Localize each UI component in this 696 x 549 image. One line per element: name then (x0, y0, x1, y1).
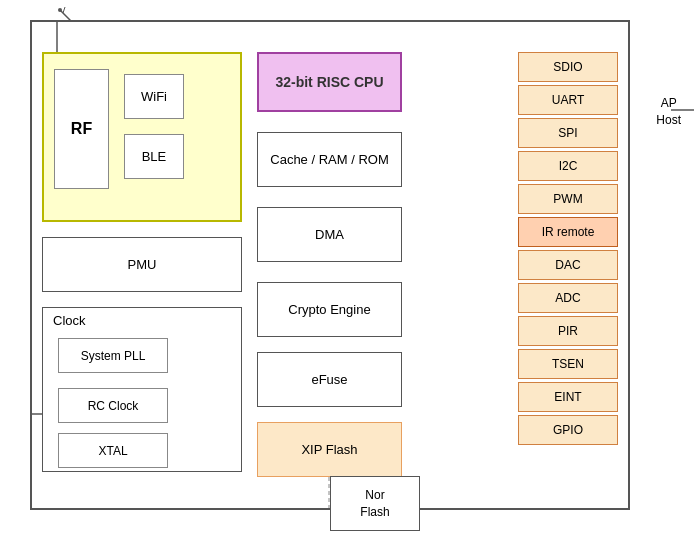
efuse-block: eFuse (257, 352, 402, 407)
periph-pir: PIR (518, 316, 618, 346)
periph-dac: DAC (518, 250, 618, 280)
svg-line-4 (63, 7, 65, 13)
periph-sdio: SDIO (518, 52, 618, 82)
periph-eint: EINT (518, 382, 618, 412)
rf-label: RF (54, 69, 109, 189)
crypto-block: Crypto Engine (257, 282, 402, 337)
ap-host-label: APHost (656, 95, 681, 129)
periph-gpio: GPIO (518, 415, 618, 445)
periph-pwm: PWM (518, 184, 618, 214)
periph-spi: SPI (518, 118, 618, 148)
cache-block: Cache / RAM / ROM (257, 132, 402, 187)
ble-block: BLE (124, 134, 184, 179)
periph-ir-remote: IR remote (518, 217, 618, 247)
periph-tsen: TSEN (518, 349, 618, 379)
dma-block: DMA (257, 207, 402, 262)
xtal-block: XTAL (58, 433, 168, 468)
pmu-block: PMU (42, 237, 242, 292)
cpu-block: 32-bit RISC CPU (257, 52, 402, 112)
clock-label: Clock (53, 313, 86, 328)
diagram-border: RF WiFi BLE 32-bit RISC CPU Cache / RAM … (30, 20, 630, 510)
system-pll-block: System PLL (58, 338, 168, 373)
peripherals-column: SDIOUARTSPII2CPWMIR remoteDACADCPIRTSENE… (518, 52, 618, 445)
periph-i2c: I2C (518, 151, 618, 181)
wifi-block: WiFi (124, 74, 184, 119)
rc-clock-block: RC Clock (58, 388, 168, 423)
clock-block: Clock System PLL RC Clock XTAL (42, 307, 242, 472)
periph-adc: ADC (518, 283, 618, 313)
nor-flash-block: NorFlash (330, 476, 420, 531)
periph-uart: UART (518, 85, 618, 115)
xip-flash-block: XIP Flash (257, 422, 402, 477)
rf-block: RF WiFi BLE (42, 52, 242, 222)
